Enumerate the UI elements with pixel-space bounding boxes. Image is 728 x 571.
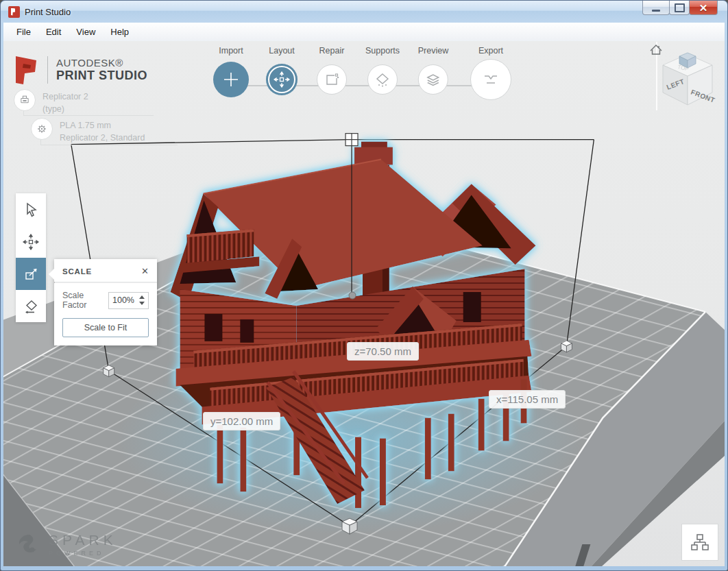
move-icon	[274, 71, 290, 88]
plus-icon	[222, 71, 240, 88]
spark-powered: POWERED	[49, 550, 117, 557]
window-title: Print Studio	[25, 7, 71, 17]
close-button[interactable]: ✕	[689, 1, 718, 15]
scale-panel: SCALE ✕ Scale Factor Scale to Fit	[54, 259, 157, 345]
panel-pointer	[49, 269, 54, 280]
scale-factor-stepper[interactable]	[108, 292, 149, 309]
maximize-button[interactable]	[669, 1, 690, 15]
menu-view[interactable]: View	[69, 24, 103, 40]
move-tool[interactable]	[16, 226, 46, 258]
scale-factor-input[interactable]	[109, 295, 138, 306]
step-preview[interactable]: Preview	[418, 46, 448, 95]
printer-icon	[19, 94, 31, 106]
step-repair-label: Repair	[319, 46, 345, 56]
menu-bar: File Edit View Help	[3, 23, 725, 42]
cursor-icon	[23, 202, 39, 218]
step-repair[interactable]: Repair	[317, 46, 347, 95]
rotate-tool[interactable]	[16, 290, 46, 322]
tree-connector	[40, 145, 178, 145]
export-icon	[481, 70, 500, 89]
view-cube-body[interactable]: TOP LEFT FRONT	[663, 53, 716, 105]
rotate-icon	[23, 298, 39, 315]
brand-autodesk: AUTODESK®	[56, 57, 147, 69]
step-import[interactable]: Import	[213, 46, 249, 97]
scale-tool[interactable]	[16, 258, 46, 290]
menu-help[interactable]: Help	[103, 24, 136, 40]
tool-palette	[16, 193, 46, 322]
corner-handle-right[interactable]	[561, 341, 572, 352]
printer-name: Replicator 2	[43, 90, 88, 103]
step-layout[interactable]: Layout	[266, 46, 298, 95]
step-import-label: Import	[219, 46, 243, 56]
spark-name: SPARK	[49, 532, 117, 548]
brand-divider	[47, 56, 48, 84]
top-scale-handle[interactable]	[345, 134, 358, 146]
stepper-up-icon[interactable]	[139, 295, 145, 299]
layers-icon	[425, 71, 441, 88]
title-bar[interactable]: Print Studio ✕	[1, 1, 727, 23]
step-layout-label: Layout	[269, 46, 295, 56]
brand-block: AUTODESK® PRINT STUDIO	[13, 54, 147, 86]
step-supports[interactable]: Supports	[365, 46, 400, 95]
select-tool[interactable]	[16, 193, 46, 226]
mid-handle[interactable]	[349, 292, 356, 299]
material-selector[interactable]: PLA 1.75 mm Replicator 2, Standard	[31, 118, 145, 144]
repair-icon	[324, 71, 340, 88]
scale-to-fit-button[interactable]: Scale to Fit	[62, 318, 149, 337]
scale-icon	[23, 266, 39, 282]
view-cube[interactable]: TOP LEFT FRONT	[645, 39, 726, 116]
dimension-y-label: y=102.00 mm	[203, 412, 280, 430]
minimize-icon	[652, 10, 660, 12]
step-export[interactable]: Export	[470, 46, 511, 100]
printstudio-logo-icon	[13, 54, 40, 86]
minimize-button[interactable]	[642, 1, 670, 15]
stepper-down-icon[interactable]	[139, 302, 145, 305]
material-name: PLA 1.75 mm	[60, 119, 145, 132]
spark-logo: SPARK POWERED	[16, 531, 117, 557]
printer-selector[interactable]: Replicator 2 (type)	[14, 89, 88, 115]
home-icon[interactable]	[651, 45, 662, 54]
step-export-label: Export	[478, 46, 503, 56]
brand-product: PRINT STUDIO	[56, 69, 147, 83]
hierarchy-icon	[690, 532, 710, 552]
scale-panel-title: SCALE	[62, 267, 92, 276]
maximize-icon	[675, 3, 685, 12]
move-icon	[23, 234, 39, 250]
dimension-z-label: z=70.50 mm	[347, 342, 419, 361]
app-window: Print Studio ✕ File Edit View Help	[0, 0, 728, 571]
step-supports-label: Supports	[365, 46, 400, 56]
step-preview-label: Preview	[418, 46, 448, 56]
menu-file[interactable]: File	[9, 24, 38, 40]
material-profile: Replicator 2, Standard	[60, 132, 145, 144]
network-button[interactable]	[681, 524, 718, 561]
panel-close-icon[interactable]: ✕	[141, 266, 149, 276]
supports-icon	[374, 71, 391, 88]
scale-factor-label: Scale Factor	[62, 291, 108, 310]
gear-icon	[36, 123, 48, 135]
spark-icon	[16, 531, 42, 557]
app-icon	[8, 6, 20, 18]
menu-edit[interactable]: Edit	[38, 24, 69, 40]
dimension-x-label: x=115.05 mm	[489, 390, 566, 409]
close-icon: ✕	[699, 3, 708, 13]
printer-type: (type)	[43, 103, 88, 115]
corner-handle-left[interactable]	[104, 365, 114, 377]
